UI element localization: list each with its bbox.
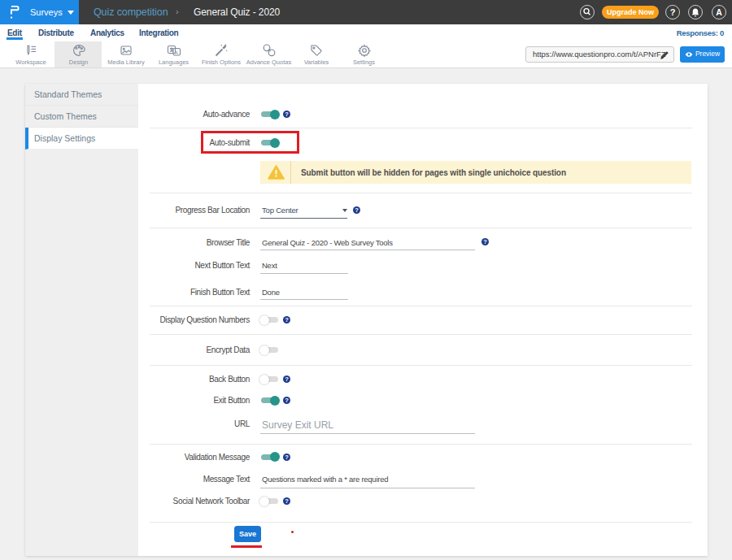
svg-text:A: A xyxy=(175,50,178,55)
